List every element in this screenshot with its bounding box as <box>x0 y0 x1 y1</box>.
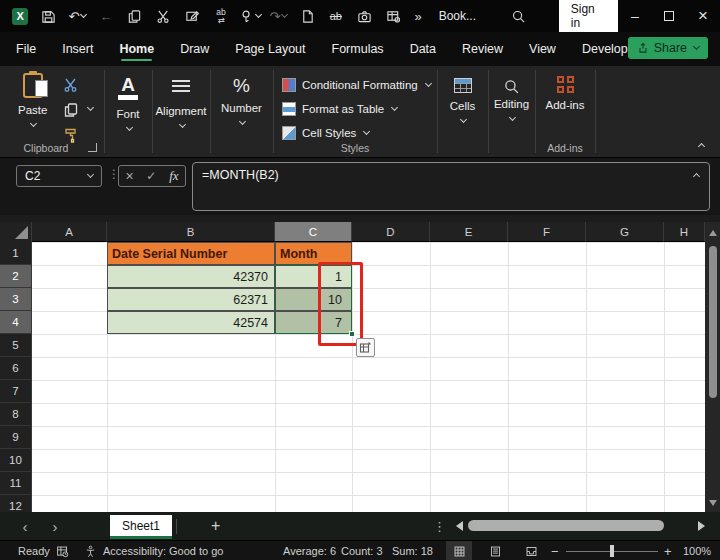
touch-mode-icon[interactable] <box>235 0 264 32</box>
status-mode[interactable]: Ready <box>18 541 50 560</box>
new-file-icon[interactable] <box>293 0 322 32</box>
paste-picture-icon[interactable] <box>178 0 207 32</box>
undo-icon[interactable]: ↶ <box>63 0 92 32</box>
cell-styles-button[interactable]: Cell Styles <box>282 122 434 144</box>
row-header-9[interactable]: 9 <box>0 426 32 449</box>
page-layout-view-icon[interactable] <box>482 541 508 560</box>
share-button[interactable]: Share <box>628 37 708 59</box>
tab-formulas[interactable]: Formulas <box>332 34 384 64</box>
macro-record-icon[interactable] <box>56 541 69 560</box>
excel-logo-icon[interactable]: X <box>12 8 28 25</box>
conditional-formatting-chevron-icon[interactable] <box>425 80 432 87</box>
column-header-e[interactable]: E <box>430 222 508 242</box>
accessibility-status[interactable]: Accessibility: Good to go <box>84 541 223 560</box>
zoom-in-icon[interactable]: + <box>664 541 672 560</box>
grid-cells-area[interactable]: Date Serial Number Month 42370 62371 425… <box>32 242 705 512</box>
horizontal-scroll-thumb[interactable] <box>468 520 664 531</box>
scroll-up-icon[interactable] <box>709 230 717 236</box>
document-name[interactable]: Book... <box>439 9 476 23</box>
insert-function-icon[interactable]: fx <box>169 168 178 184</box>
column-header-a[interactable]: A <box>32 222 107 242</box>
strikethrough-icon[interactable]: ab <box>321 0 350 32</box>
tab-home[interactable]: Home <box>119 34 154 64</box>
cell-B3[interactable]: 62371 <box>107 288 275 311</box>
formula-input[interactable]: =MONTH(B2) <box>192 162 710 211</box>
copy-button[interactable] <box>60 99 82 121</box>
number-group-button[interactable]: % Number <box>210 76 273 124</box>
previous-sheet-icon[interactable]: ‹ <box>10 518 40 535</box>
formula-bar-collapse-icon[interactable] <box>693 173 700 180</box>
sign-in-button[interactable]: Sign in <box>559 0 618 34</box>
scroll-down-icon[interactable] <box>709 500 717 506</box>
column-header-d[interactable]: D <box>352 222 430 242</box>
zoom-slider-thumb[interactable] <box>610 545 614 557</box>
tab-view[interactable]: View <box>529 34 556 64</box>
vertical-scrollbar[interactable] <box>705 222 720 512</box>
undo-chevron-icon[interactable] <box>80 11 87 18</box>
minimize-icon[interactable]: – <box>618 0 652 32</box>
overflow-more-icon[interactable]: » <box>408 0 429 32</box>
page-break-view-icon[interactable] <box>518 541 544 560</box>
new-sheet-button[interactable]: + <box>211 517 220 535</box>
row-header-5[interactable]: 5 <box>0 334 32 357</box>
row-header-10[interactable]: 10 <box>0 449 32 472</box>
cell-C2-active[interactable]: 1 <box>275 265 352 288</box>
row-header-6[interactable]: 6 <box>0 357 32 380</box>
tab-draw[interactable]: Draw <box>180 34 209 64</box>
cells-chevron-icon[interactable] <box>460 116 467 123</box>
save-icon[interactable] <box>34 0 63 32</box>
column-header-f[interactable]: F <box>508 222 586 242</box>
cell-styles-chevron-icon[interactable] <box>363 128 370 135</box>
vertical-scroll-thumb[interactable] <box>709 246 717 398</box>
cancel-icon[interactable]: × <box>125 168 133 184</box>
row-header-2[interactable]: 2 <box>0 265 32 288</box>
editing-chevron-icon[interactable] <box>509 114 516 121</box>
close-icon[interactable]: × <box>686 0 720 32</box>
column-header-c[interactable]: C <box>275 222 352 242</box>
cell-C3[interactable]: 10 <box>275 288 352 311</box>
paste-chevron-icon[interactable] <box>30 120 37 127</box>
auto-fill-options-button[interactable] <box>356 338 375 357</box>
alignment-group-button[interactable]: Alignment <box>152 80 210 127</box>
font-chevron-icon[interactable] <box>125 124 132 131</box>
row-header-12[interactable]: 12 <box>0 495 32 512</box>
clipboard-dialog-launcher-icon[interactable] <box>88 143 97 152</box>
column-header-h[interactable]: H <box>664 222 705 242</box>
sheet-tab-sheet1[interactable]: Sheet1 <box>110 515 172 539</box>
scroll-right-icon[interactable] <box>698 521 705 531</box>
touch-mode-chevron-icon[interactable] <box>255 11 262 18</box>
status-sum[interactable]: Sum: 18 <box>392 541 433 560</box>
select-all-button[interactable] <box>0 222 32 242</box>
format-as-table-chevron-icon[interactable] <box>391 104 398 111</box>
row-header-3[interactable]: 3 <box>0 288 32 311</box>
tab-file[interactable]: File <box>16 34 36 64</box>
collapse-ribbon-icon[interactable] <box>698 143 705 150</box>
conditional-formatting-button[interactable]: Conditional Formatting <box>282 74 434 96</box>
paste-button[interactable]: Paste <box>18 73 47 126</box>
maximize-icon[interactable] <box>652 0 686 32</box>
table-preview-icon[interactable] <box>379 0 408 32</box>
number-chevron-icon[interactable] <box>239 118 246 125</box>
alignment-chevron-icon[interactable] <box>178 121 185 128</box>
tab-data[interactable]: Data <box>410 34 436 64</box>
tab-review[interactable]: Review <box>462 34 503 64</box>
column-header-b[interactable]: B <box>107 222 275 242</box>
name-box[interactable]: C2 <box>16 165 102 187</box>
font-group-button[interactable]: A Font <box>104 76 152 130</box>
row-header-4[interactable]: 4 <box>0 311 32 334</box>
cell-B2[interactable]: 42370 <box>107 265 275 288</box>
tab-bar-options-icon[interactable]: ⋮ <box>433 519 446 534</box>
cells-group-button[interactable]: Cells <box>437 78 488 122</box>
status-count[interactable]: Count: 3 <box>341 541 383 560</box>
tab-insert[interactable]: Insert <box>62 34 93 64</box>
column-header-g[interactable]: G <box>586 222 664 242</box>
cell-B4[interactable]: 42574 <box>107 311 275 334</box>
normal-view-icon[interactable] <box>446 541 472 560</box>
row-header-7[interactable]: 7 <box>0 380 32 403</box>
camera-icon[interactable] <box>350 0 379 32</box>
tab-page-layout[interactable]: Page Layout <box>235 34 305 64</box>
cell-C1[interactable]: Month <box>275 242 352 265</box>
search-icon[interactable] <box>504 0 533 32</box>
next-sheet-icon[interactable]: › <box>40 518 70 535</box>
format-as-table-button[interactable]: Format as Table <box>282 98 434 120</box>
